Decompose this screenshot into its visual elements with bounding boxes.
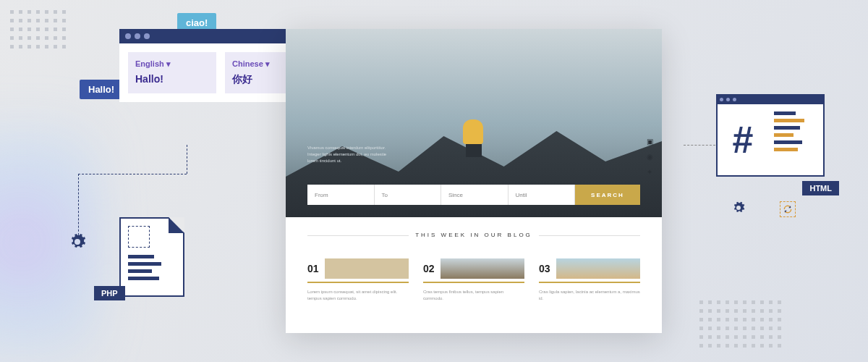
hero-person-illustration [463, 119, 485, 156]
blog-thumb [325, 258, 409, 279]
blog-number: 02 [423, 263, 435, 274]
connector-line [78, 174, 187, 174]
source-lang-select[interactable]: English ▾ [135, 59, 209, 69]
blog-item-3[interactable]: 03 Cras ligula sapien, lacinia ac elemen… [539, 258, 640, 302]
refresh-icon [780, 201, 796, 217]
gear-icon [69, 233, 86, 251]
blog-item-2[interactable]: 02 Cras tempus finibus tellus, tempus sa… [423, 258, 524, 302]
blog-excerpt: Cras ligula sapien, lacinia ac elementum… [539, 289, 640, 302]
blog-thumb [556, 258, 640, 279]
blog-excerpt: Lorem ipsum consequat, sit amet dipiscin… [307, 289, 409, 302]
social-icons: ▣ ◉ ✦ [647, 138, 653, 176]
blog-thumb [441, 258, 524, 279]
html-code-illustration: # [716, 94, 825, 177]
hero-paragraph: Vivamus consequat interdum elitporttitor… [307, 145, 394, 164]
php-label: PHP [94, 286, 125, 300]
gear-icon [732, 201, 745, 214]
hero-section: HOME EXPLORE SPECIAL PLANS ABOUT US TRAV… [286, 29, 662, 217]
hash-icon: # [718, 104, 768, 175]
facebook-icon[interactable]: ▣ [647, 138, 653, 146]
blog-number: 01 [307, 263, 319, 274]
html-label: HTML [802, 181, 839, 195]
connector-line [78, 174, 79, 239]
search-from-input[interactable]: From [307, 185, 375, 205]
search-to-input[interactable]: To [375, 185, 442, 205]
twitter-icon[interactable]: ✦ [647, 168, 653, 176]
php-file-illustration [119, 217, 184, 297]
search-bar: From To Since Until SEARCH [307, 185, 640, 205]
blog-heading: THIS WEEK IN OUR BLOG [307, 232, 640, 247]
website-mockup: HOME EXPLORE SPECIAL PLANS ABOUT US TRAV… [286, 29, 662, 333]
decorative-dots [10, 10, 66, 49]
search-button[interactable]: SEARCH [575, 185, 640, 205]
speech-bubble-hallo: Hallo! [80, 80, 123, 99]
source-text: Hallo! [135, 73, 209, 85]
instagram-icon[interactable]: ◉ [647, 153, 653, 161]
connector-line [187, 145, 187, 174]
blog-item-1[interactable]: 01 Lorem ipsum consequat, sit amet dipis… [307, 258, 409, 302]
blog-excerpt: Cras tempus finibus tellus, tempus sapie… [423, 289, 524, 302]
decorative-dots [699, 300, 781, 348]
blog-number: 03 [539, 263, 550, 274]
search-since-input[interactable]: Since [441, 185, 509, 205]
blog-section: THIS WEEK IN OUR BLOG 01 Lorem ipsum con… [286, 217, 662, 316]
source-language-panel[interactable]: English ▾ Hallo! [128, 52, 216, 93]
search-until-input[interactable]: Until [509, 185, 576, 205]
